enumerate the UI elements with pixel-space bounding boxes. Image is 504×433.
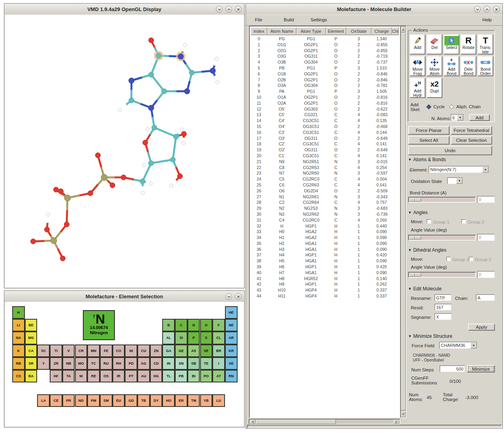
element-cell-sr[interactable]: SR [25,357,37,370]
menu-file[interactable]: File [255,17,262,22]
force-field-dropdown[interactable]: CHARMM36▼ [439,342,477,349]
table-row[interactable]: 39H6HGP1H10.420 [251,264,399,270]
add-hydr-button[interactable]: +HAddHydr [410,78,425,98]
element-cell-ga[interactable]: GA [162,345,175,357]
element-cell-ce[interactable]: CE [50,394,62,407]
element-cell-ne[interactable]: NE [225,319,238,331]
vertical-scroll-thumb[interactable] [401,33,406,410]
force-planar-button[interactable]: Force Planar [408,126,450,135]
table-row[interactable]: 38H5HGA1H10.090 [251,258,399,264]
element-cell-as[interactable]: AS [187,345,200,357]
aliph-chain-radio-label[interactable]: Aliph. Chain [456,104,481,109]
element-cell-pd[interactable]: PD [125,357,137,370]
element-cell-xe[interactable]: XE [225,357,238,370]
menu-settings[interactable]: Settings [311,17,327,22]
element-cell-co[interactable]: CO [112,345,125,357]
n-atoms-dropdown[interactable]: 6▼ [451,114,464,121]
element-cell-la[interactable]: LA [37,394,50,407]
element-cell-w[interactable]: W [75,370,88,382]
table-row[interactable]: 44H11HGP4H10.337 [251,293,399,299]
element-cell-rb[interactable]: RB [12,357,25,370]
force-tetrahedral-button[interactable]: Force Tetrahedral [451,126,492,135]
move-atom-button[interactable]: MoveAtom [427,56,442,76]
element-cell-rh[interactable]: RH [112,357,125,370]
table-row[interactable]: 4O3BOG304O2-0.737 [251,59,399,65]
element-cell-ho[interactable]: HO [162,394,175,407]
element-cell-h[interactable]: H [12,306,25,319]
element-cell-nd[interactable]: ND [75,394,88,407]
dele-bond-button[interactable]: XDeleBond [461,56,476,76]
element-selection-titlebar[interactable]: Molefacture - Element Selection [4,291,244,302]
chain-input[interactable] [476,294,495,301]
table-row[interactable]: 27N1NG2R61N3-0.343 [251,194,399,200]
del-button[interactable]: Del [427,34,442,55]
oxidation-state-dropdown[interactable]: ▼ [447,177,463,184]
angles-value-input[interactable] [477,234,495,241]
dupl-button[interactable]: x2Dupl [427,78,442,98]
builder-titlebar[interactable]: Molefacture - Molecule Builder [246,4,502,15]
table-row[interactable]: 31C4CG2RC0C40.260 [251,217,399,223]
element-cell-be[interactable]: BE [25,319,37,331]
element-cell-c[interactable]: C [175,319,187,331]
table-row[interactable]: 25C6CG2R63C40.541 [251,182,399,188]
add-bond-button[interactable]: +AddBond [444,56,459,76]
resid-input[interactable] [435,304,452,311]
resname-input[interactable] [435,294,452,301]
element-cell-rn[interactable]: RN [225,370,238,382]
element-cell-sn[interactable]: SN [175,357,187,370]
element-dropdown[interactable]: Nitrogen(N:7)▼ [429,166,489,173]
minimize-icon[interactable] [474,6,481,13]
element-cell-re[interactable]: RE [87,370,100,382]
column-header-atom-type[interactable]: Atom Type [296,27,326,35]
element-cell-ta[interactable]: TA [62,370,75,382]
element-cell-na[interactable]: NA [12,331,25,344]
element-cell-i[interactable]: I [212,357,225,370]
table-row[interactable]: 23N7NG2R50N3-0.597 [251,170,399,176]
dihedral-group1-checkbox[interactable] [446,257,451,261]
scroll-up-icon[interactable] [401,26,406,32]
element-cell-ar[interactable]: AR [225,331,238,344]
table-row[interactable]: 9PAPG1P31.505 [251,88,399,94]
angles-section-header[interactable]: ▼Angles [408,210,428,215]
table-row[interactable]: 41H8HGR52H10.140 [251,276,399,282]
clear-selection-button[interactable]: Clear Selection [451,136,492,145]
element-cell-bi[interactable]: BI [187,370,200,382]
element-cell-zn[interactable]: ZN [150,345,163,357]
column-header-charge[interactable]: Charge [371,27,392,35]
table-row[interactable]: 14C4'CG3C51C40.135 [251,118,399,124]
element-cell-po[interactable]: PO [200,370,213,382]
minimize-button[interactable]: Minimize [467,365,495,373]
maximize-icon[interactable] [483,6,490,13]
close-icon[interactable] [235,6,242,13]
column-header-atom-name[interactable]: Atom Name [267,27,296,35]
element-cell-al[interactable]: AL [162,331,175,344]
element-cell-se[interactable]: SE [200,345,213,357]
table-row[interactable]: 12O5'OG303O2-0.622 [251,106,399,112]
minimize-icon[interactable] [225,293,232,300]
edit-molecule-section-header[interactable]: ▼Edit Molecule [408,286,442,292]
element-cell-cr[interactable]: CR [75,345,88,357]
close-icon[interactable] [493,6,500,13]
element-cell-sb[interactable]: SB [187,357,200,370]
molecule-3d-view[interactable] [5,15,244,288]
select-button[interactable]: Select [444,34,459,55]
element-cell-ag[interactable]: AG [137,357,150,370]
element-cell-ir[interactable]: IR [112,370,125,382]
element-cell-au[interactable]: AU [137,370,150,382]
element-cell-sc[interactable]: SC [37,345,50,357]
scroll-left-icon[interactable] [249,420,255,424]
element-cell-kr[interactable]: KR [225,345,238,357]
element-cell-at[interactable]: AT [212,370,225,382]
table-row[interactable]: 11O2AOG2P1O2-0.816 [251,100,399,106]
table-row[interactable]: 2O2GOG2P1O2-0.855 [251,48,399,54]
element-cell-tc[interactable]: TC [87,357,100,370]
column-header-oxstate[interactable]: OxState [346,27,371,35]
table-row[interactable]: 8O3AOG304O2-0.781 [251,83,399,88]
slider-thumb[interactable] [409,236,421,239]
element-cell-zr[interactable]: ZR [50,357,62,370]
scroll-right-icon[interactable] [393,420,399,424]
table-row[interactable]: 28C2CG2R64C40.757 [251,200,399,205]
element-cell-ni[interactable]: NI [125,345,137,357]
table-row[interactable]: 16C3'CG3C51C40.144 [251,130,399,136]
table-row[interactable]: 1O1GOG2P1O2-0.855 [251,42,399,48]
